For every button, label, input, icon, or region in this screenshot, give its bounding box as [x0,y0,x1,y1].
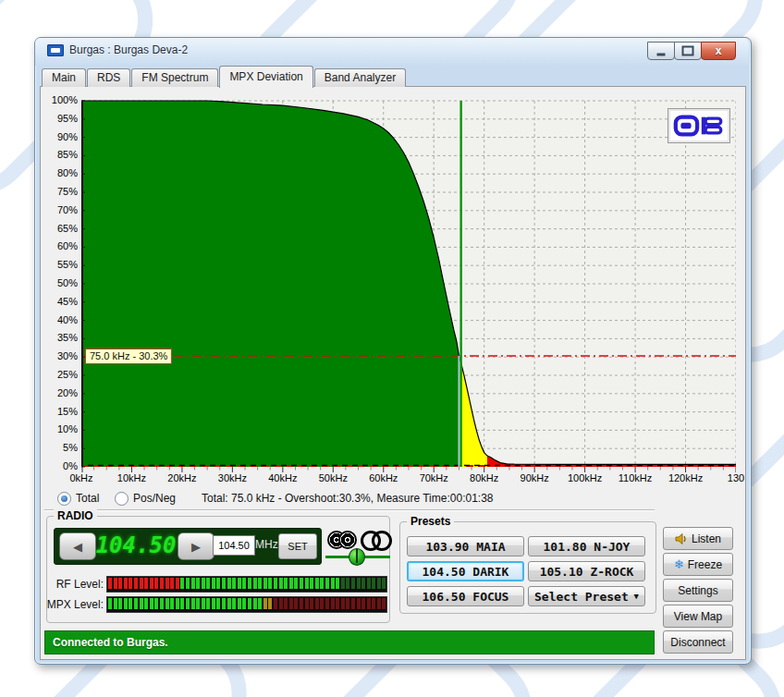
mpx-meter-segment [294,598,298,609]
total-radio[interactable] [57,492,71,506]
rf-meter-segment [242,578,246,589]
measure-summary: Total: 75.0 kHz - Overshoot:30.3%, Measu… [202,492,494,505]
rf-meter-segment [382,578,386,589]
rf-meter-segment [346,578,349,589]
mpx-meter-segment [284,598,288,609]
rf-meter-segment [160,578,164,589]
preset-button-103.90-maia[interactable]: 103.90 MAIA [407,536,524,556]
volume-slider-knob[interactable] [349,548,365,566]
preset-button-101.80-n-joy[interactable]: 101.80 N-JOY [528,536,645,556]
rf-meter-segment [248,578,251,589]
y-axis-label: 65% [37,223,78,234]
left-arrow-icon: ◀ [73,540,82,554]
action-button-label: View Map [674,610,722,623]
mpx-level-meter [106,596,387,613]
section-divider [44,509,655,511]
preset-button-106.50-focus[interactable]: 106.50 FOCUS [407,586,524,606]
snowflake-icon: ❄ [674,558,684,570]
rf-meter-segment [305,578,309,589]
y-axis-label: 85% [37,149,78,160]
y-axis-label: 70% [37,204,78,215]
rf-meter-segment [134,578,138,589]
action-button-label: Freeze [688,558,722,571]
posneg-radio[interactable] [115,492,129,506]
tab-band-analyzer[interactable]: Band Analyzer [314,68,406,87]
rf-level-label: RF Level: [37,578,104,591]
settings-button[interactable]: Settings [663,579,733,602]
tab-rds[interactable]: RDS [87,68,130,87]
rf-meter-segment [341,578,345,589]
mpx-meter-segment [176,598,179,609]
rf-meter-segment [108,578,112,589]
rf-meter-segment [294,578,298,589]
chevron-down-icon: ▼ [634,592,639,601]
rf-meter-segment [325,578,329,589]
rf-meter-segment [258,578,262,589]
mpx-meter-segment [336,598,339,609]
y-axis-label: 80% [37,167,78,178]
rf-meter-segment [124,578,128,589]
rf-meter-segment [196,578,200,589]
window-title: Burgas : Burgas Deva-2 [69,43,188,56]
mpx-meter-segment [191,598,195,609]
mpx-meter-segment [372,598,375,609]
frequency-input[interactable] [213,535,255,556]
rf-meter-segment [165,578,169,589]
threshold-tooltip: 75.0 kHz - 30.3% [85,348,172,364]
frequency-led-display: 104.50 [94,532,178,559]
mpx-meter-segment [361,598,365,609]
y-axis-label: 0% [37,460,78,471]
mpx-meter-segment [114,598,117,609]
tab-fm-spectrum[interactable]: FM Spectrum [131,68,218,87]
tab-mpx-deviation[interactable]: MPX Deviation [219,66,312,88]
minimize-button[interactable] [647,42,675,60]
rf-meter-segment [212,578,215,589]
maximize-button[interactable] [674,42,702,60]
preset-button-105.10-z-rock[interactable]: 105.10 Z-ROCK [528,561,645,581]
rf-meter-segment [176,578,179,589]
rf-meter-segment [300,578,303,589]
mpx-meter-segment [310,598,313,609]
disconnect-button[interactable]: Disconnect [663,630,733,654]
mpx-meter-segment [300,598,303,609]
listen-button[interactable]: Listen [663,527,733,550]
mpx-meter-segment [144,598,148,609]
rf-meter-segment [315,578,319,589]
tab-main[interactable]: Main [42,68,86,87]
frequency-down-button[interactable]: ◀ [59,532,96,560]
view-map-button[interactable]: View Map [663,605,733,628]
minimize-icon [657,54,666,56]
speaker-icon [675,533,688,544]
rf-meter-segment [253,578,257,589]
rf-meter-segment [114,578,117,589]
tab-bar: MainRDSFM SpectrumMPX DeviationBand Anal… [42,66,407,87]
mpx-meter-segment [202,598,205,609]
frequency-up-button[interactable]: ▶ [178,532,214,560]
rf-meter-segment [320,578,324,589]
rf-meter-segment [129,578,132,589]
presets-group-label: Presets [407,515,454,528]
rf-meter-segment [191,578,195,589]
rf-meter-segment [284,578,288,589]
mpx-meter-segment [341,598,345,609]
preset-dropdown[interactable]: Select Preset▼ [528,586,645,606]
close-button[interactable]: x [701,42,736,60]
deva-db-logo [668,108,730,143]
set-frequency-button[interactable]: SET [278,533,317,559]
mpx-meter-segment [206,598,210,609]
y-axis-label: 55% [37,259,78,270]
y-axis-label: 45% [37,296,78,307]
preset-button-104.50-darik[interactable]: 104.50 DARIK [407,561,524,581]
freeze-button[interactable]: ❄Freeze [663,553,733,576]
mpx-meter-segment [305,598,309,609]
rf-meter-segment [310,578,313,589]
rf-meter-segment [357,578,361,589]
mpx-meter-segment [227,598,231,609]
mpx-deviation-chart[interactable] [81,99,736,476]
mpx-meter-segment [222,598,226,609]
mpx-meter-segment [216,598,220,609]
mpx-meter-segment [160,598,164,609]
preset-dropdown-label: Select Preset [534,590,629,604]
rf-meter-segment [279,578,283,589]
mpx-meter-segment [154,598,158,609]
